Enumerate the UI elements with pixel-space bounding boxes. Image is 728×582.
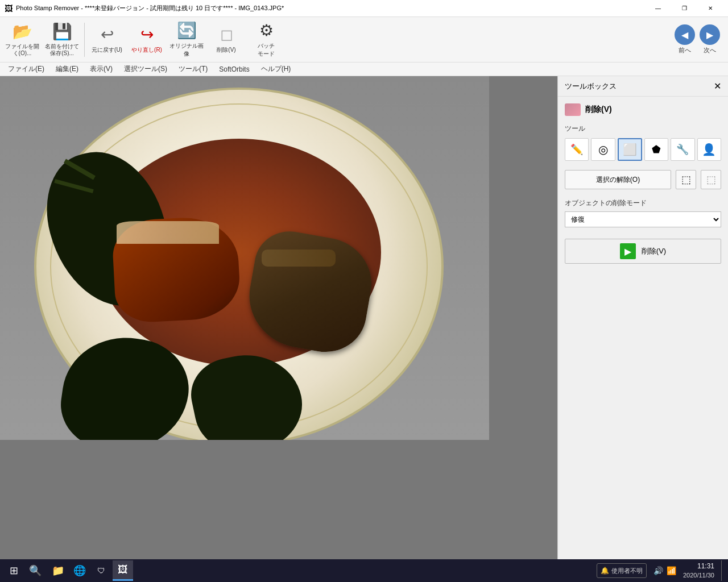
app-icon: 🖼: [5, 4, 13, 13]
save-icon: 💾: [52, 22, 72, 41]
start-button[interactable]: ⊞: [2, 560, 25, 581]
toolbox-header: ツールボックス ✕: [558, 76, 728, 97]
deselect-button[interactable]: 選択の解除(O): [565, 170, 671, 189]
clock-date: 2020/11/30: [683, 571, 714, 580]
toolbar-divider-1: [84, 23, 85, 57]
system-tray: 🔊 📶: [649, 566, 681, 575]
delete-button[interactable]: ◻ 削除(V): [206, 19, 246, 60]
menu-tools[interactable]: ツール(T): [173, 63, 213, 75]
clock-time: 11:31: [683, 562, 714, 571]
circle-tool-button[interactable]: ◎: [591, 138, 615, 161]
batch-mode-button[interactable]: ⚙ バッチ モード: [246, 19, 286, 60]
delete-icon: ◻: [220, 25, 233, 44]
redo-button[interactable]: ↪ やり直し(R): [127, 19, 167, 60]
original-button[interactable]: 🔄 オリジナル画像: [167, 19, 206, 60]
show-desktop-button[interactable]: [721, 560, 726, 581]
save-as-button[interactable]: 💾 名前を付けて保存(S)...: [42, 19, 82, 60]
network-icon[interactable]: 📶: [667, 566, 676, 575]
taskbar-apps: 📁 🌐 🛡 🖼: [48, 560, 133, 581]
tools-section-label: ツール: [565, 124, 721, 134]
delete-mode-select[interactable]: 修復 テクスチャ 移動: [565, 211, 721, 227]
toolbox-close-button[interactable]: ✕: [714, 81, 721, 92]
taskbar-shield[interactable]: 🛡: [91, 560, 111, 581]
menu-help[interactable]: ヘルプ(H): [255, 63, 297, 75]
menu-file[interactable]: ファイル(E): [2, 63, 50, 75]
rect-tool-button[interactable]: ⬜: [618, 138, 642, 161]
taskbar: ⊞ 🔍 📁 🌐 🛡 🖼 🔔 使用者不明 🔊 📶 11:31 2020/11/30: [0, 559, 728, 582]
main-area: ツールボックス ✕ 削除(V) ツール ✏️ ◎ ⬜ ⬟ 🔧 👤 選択の解: [0, 76, 728, 564]
window-title: Photo Stamp Remover - ****未登録バージョン - 試用期…: [16, 4, 645, 13]
toolbox-panel: ツールボックス ✕ 削除(V) ツール ✏️ ◎ ⬜ ⬟ 🔧 👤 選択の解: [557, 76, 728, 564]
toolbar: 📂 ファイルを開く(O)... 💾 名前を付けて保存(S)... ↩ 元に戻す(…: [0, 17, 728, 63]
select-contract-button[interactable]: ⬚: [701, 170, 721, 189]
magic-tool-button[interactable]: 🔧: [671, 138, 694, 161]
food-photo: [0, 76, 489, 440]
menubar: ファイル(E) 編集(E) 表示(V) 選択ツール(S) ツール(T) Soft…: [0, 63, 728, 76]
batch-icon: ⚙: [259, 21, 274, 40]
toolbox-content: 削除(V) ツール ✏️ ◎ ⬜ ⬟ 🔧 👤 選択の解除(O) ⬚ ⬚ オブジェ…: [558, 97, 728, 564]
pencil-tool-button[interactable]: ✏️: [565, 138, 589, 161]
volume-icon[interactable]: 🔊: [653, 566, 663, 575]
delete-action-button[interactable]: ▶ 削除(V): [565, 239, 721, 264]
taskbar-notify: 🔔 使用者不明: [597, 563, 647, 578]
nav-area: ◀ 前へ ▶ 次へ: [675, 24, 726, 55]
minimize-button[interactable]: —: [645, 0, 671, 17]
taskbar-right: 🔔 使用者不明 🔊 📶 11:31 2020/11/30: [597, 560, 726, 581]
taskbar-photo-app[interactable]: 🖼: [113, 560, 133, 581]
open-icon: 📂: [13, 22, 32, 41]
maximize-button[interactable]: ❐: [671, 0, 697, 17]
original-icon: 🔄: [177, 21, 197, 40]
select-expand-button[interactable]: ⬚: [676, 170, 696, 189]
next-nav: ▶ 次へ: [700, 24, 720, 55]
stamp-tool-button[interactable]: 👤: [697, 138, 721, 161]
obj-mode-label: オブジェクトの削除モード: [565, 198, 721, 208]
next-button[interactable]: ▶: [700, 24, 720, 45]
undo-button[interactable]: ↩ 元に戻す(U): [87, 19, 127, 60]
remove-icon: [565, 103, 581, 116]
taskbar-clock[interactable]: 11:31 2020/11/30: [683, 562, 719, 580]
menu-view[interactable]: 表示(V): [84, 63, 118, 75]
redo-icon: ↪: [140, 25, 154, 44]
search-button[interactable]: 🔍: [25, 560, 46, 581]
window-controls: — ❐ ✕: [645, 0, 723, 17]
prev-button[interactable]: ◀: [675, 24, 695, 45]
close-button[interactable]: ✕: [697, 0, 723, 17]
delete-action-label: 削除(V): [642, 246, 666, 256]
remove-title-text: 削除(V): [585, 105, 612, 115]
lasso-tool-button[interactable]: ⬟: [644, 138, 668, 161]
undo-icon: ↩: [101, 25, 114, 44]
open-button[interactable]: 📂 ファイルを開く(O)...: [2, 19, 42, 60]
taskbar-file-manager[interactable]: 📁: [48, 560, 68, 581]
menu-softorbits[interactable]: SoftOrbits: [213, 64, 255, 74]
titlebar: 🖼 Photo Stamp Remover - ****未登録バージョン - 試…: [0, 0, 728, 17]
prev-nav: ◀ 前へ: [675, 24, 695, 55]
canvas-area[interactable]: [0, 76, 557, 564]
remove-section-title: 削除(V): [565, 103, 721, 116]
toolbox-title: ツールボックス: [565, 81, 617, 92]
taskbar-browser[interactable]: 🌐: [69, 560, 90, 581]
menu-select-tool[interactable]: 選択ツール(S): [118, 63, 173, 75]
menu-edit[interactable]: 編集(E): [50, 63, 84, 75]
delete-arrow-icon: ▶: [620, 243, 636, 259]
notify-label: 使用者不明: [611, 567, 643, 575]
tool-buttons-row: ✏️ ◎ ⬜ ⬟ 🔧 👤: [565, 138, 721, 161]
selection-row: 選択の解除(O) ⬚ ⬚: [565, 170, 721, 189]
